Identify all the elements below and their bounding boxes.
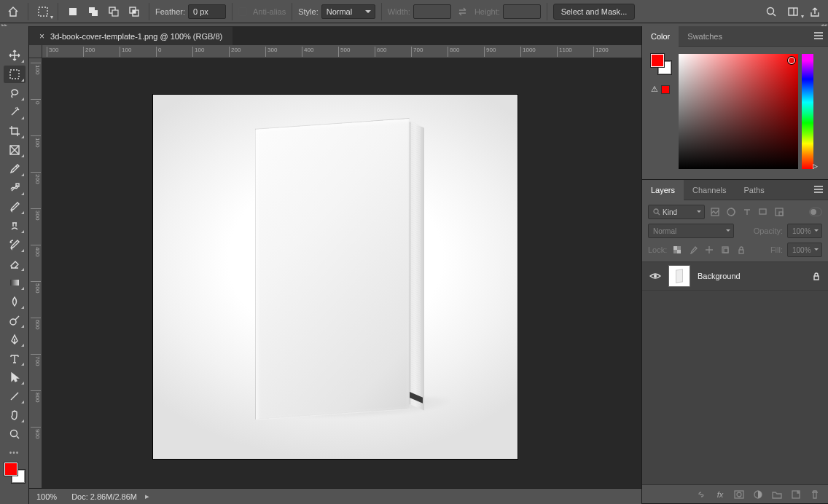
ruler-origin[interactable]	[29, 45, 42, 58]
style-select[interactable]: Normal	[321, 4, 375, 19]
panel-menu-icon[interactable]	[813, 185, 824, 194]
layer-thumbnail[interactable]	[668, 265, 690, 287]
close-tab-icon[interactable]: ×	[39, 31, 44, 42]
dodge-tool[interactable]	[4, 312, 26, 329]
zoom-value: 100%	[36, 492, 57, 501]
layer-filter-icons	[709, 206, 785, 218]
eraser-tool[interactable]	[4, 255, 26, 272]
ruler-tick: 200	[229, 47, 241, 57]
document-canvas[interactable]	[153, 95, 518, 459]
gamut-warning[interactable]: ⚠	[651, 84, 671, 94]
new-group-icon[interactable]	[771, 489, 783, 500]
layer-list[interactable]: Background	[642, 261, 828, 484]
magic-wand-tool[interactable]	[4, 103, 26, 121]
select-and-mask-button[interactable]: Select and Mask...	[553, 4, 636, 20]
lock-transparency-icon[interactable]	[671, 244, 683, 256]
ruler-tick: 100	[192, 47, 204, 57]
svg-rect-10	[789, 8, 797, 15]
color-picker-field[interactable]: ▷	[679, 54, 819, 169]
healing-brush-tool[interactable]	[4, 179, 26, 197]
canvas-area[interactable]: 3002001000100200300400500600700800900100…	[29, 45, 641, 488]
clone-stamp-tool[interactable]	[4, 217, 26, 235]
filter-smartobject-icon[interactable]	[773, 206, 785, 218]
tab-color[interactable]: Color	[642, 26, 679, 47]
layer-visibility-icon[interactable]	[649, 272, 661, 280]
crop-tool[interactable]	[4, 122, 26, 140]
workspace-switcher-icon[interactable]: ▾	[784, 3, 802, 20]
frame-tool[interactable]	[4, 141, 26, 159]
feather-input[interactable]	[188, 4, 226, 19]
history-brush-tool[interactable]	[4, 236, 26, 253]
lock-all-icon[interactable]	[735, 244, 747, 256]
horizontal-ruler[interactable]: 3002001000100200300400500600700800900100…	[42, 45, 641, 58]
layer-row[interactable]: Background	[642, 261, 828, 291]
layers-panel: Layers Channels Paths Kind	[642, 180, 828, 504]
document-info[interactable]: Doc: 2.86M/2.86M▸	[71, 492, 149, 501]
antialias-label: Anti-alias	[253, 7, 286, 16]
foreground-background-colors[interactable]	[4, 462, 25, 483]
lasso-tool[interactable]	[4, 84, 26, 102]
eyedropper-tool[interactable]	[4, 160, 26, 178]
color-panel-tabs: Color Swatches	[642, 26, 828, 47]
saturation-value-field[interactable]	[679, 54, 798, 169]
gradient-tool[interactable]	[4, 274, 26, 291]
tool-preset-marquee-icon[interactable]: ▾	[34, 3, 52, 20]
home-icon[interactable]	[4, 3, 22, 20]
subtract-selection-icon[interactable]	[105, 3, 122, 20]
rectangular-marquee-tool[interactable]	[4, 66, 26, 83]
zoom-tool[interactable]	[4, 425, 26, 443]
hue-slider[interactable]: ▷	[802, 54, 813, 169]
blend-mode-select[interactable]: Normal	[648, 224, 734, 238]
foreground-color-swatch[interactable]	[4, 462, 17, 476]
layer-lock-icon[interactable]	[812, 272, 821, 280]
vertical-ruler[interactable]: 1000100200300400500600700800900	[29, 58, 42, 488]
share-icon[interactable]	[806, 3, 824, 20]
filter-adjustment-icon[interactable]	[725, 206, 737, 218]
panel-fg-bg-swatches[interactable]	[651, 54, 671, 74]
path-selection-tool[interactable]	[4, 369, 26, 386]
add-selection-icon[interactable]	[85, 3, 102, 20]
edit-toolbar-icon[interactable]: •••	[9, 449, 20, 457]
tab-layers[interactable]: Layers	[642, 180, 684, 200]
document-tab[interactable]: × 3d-book-cover-template-1.png @ 100% (R…	[29, 26, 233, 45]
tab-paths[interactable]: Paths	[735, 180, 773, 200]
width-input	[413, 4, 451, 19]
filter-pixel-icon[interactable]	[709, 206, 721, 218]
search-icon[interactable]	[762, 3, 780, 20]
layer-filter-select[interactable]: Kind	[648, 205, 705, 219]
type-tool[interactable]	[4, 350, 26, 367]
intersect-selection-icon[interactable]	[125, 3, 143, 20]
hand-tool[interactable]	[4, 406, 26, 424]
layer-style-icon[interactable]: fx	[714, 489, 726, 500]
chevron-right-icon[interactable]: ▸	[145, 492, 149, 501]
ruler-tick: 100	[31, 63, 41, 74]
panel-fg-swatch[interactable]	[651, 54, 664, 67]
zoom-level[interactable]: 100%	[36, 492, 57, 501]
panel-menu-icon[interactable]	[813, 31, 824, 40]
fill-input[interactable]: 100%	[787, 243, 822, 257]
filter-shape-icon[interactable]	[757, 206, 769, 218]
link-layers-icon[interactable]	[695, 489, 707, 500]
new-selection-icon[interactable]	[64, 3, 82, 20]
lock-image-icon[interactable]	[687, 244, 699, 256]
blur-tool[interactable]	[4, 293, 26, 310]
filter-toggle[interactable]	[809, 208, 822, 216]
brush-tool[interactable]	[4, 198, 26, 216]
gamut-swatch[interactable]	[661, 85, 670, 94]
add-mask-icon[interactable]	[733, 489, 745, 500]
move-tool[interactable]	[4, 47, 26, 64]
new-layer-icon[interactable]	[790, 489, 802, 500]
tab-swatches[interactable]: Swatches	[679, 26, 731, 47]
adjustment-layer-icon[interactable]	[752, 489, 764, 500]
filter-type-icon[interactable]	[741, 206, 753, 218]
filter-label: Kind	[663, 208, 677, 216]
lock-position-icon[interactable]	[703, 244, 715, 256]
separator	[232, 3, 233, 20]
pen-tool[interactable]	[4, 331, 26, 348]
lock-artboard-icon[interactable]	[719, 244, 731, 256]
line-tool[interactable]	[4, 387, 26, 405]
tab-channels[interactable]: Channels	[684, 180, 735, 200]
opacity-input[interactable]: 100%	[787, 224, 822, 238]
layer-name[interactable]: Background	[698, 272, 805, 280]
delete-layer-icon[interactable]	[809, 489, 821, 500]
